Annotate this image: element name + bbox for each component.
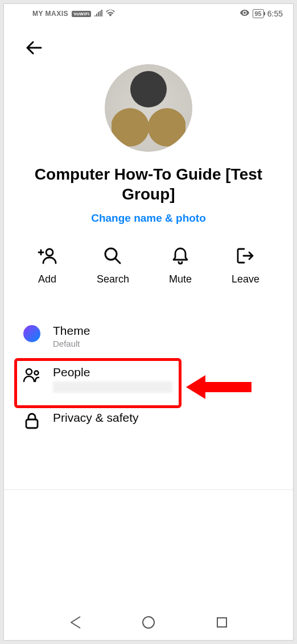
svg-point-2 — [26, 369, 32, 375]
carrier-label: MY MAXIS — [32, 10, 68, 18]
svg-rect-4 — [26, 419, 38, 428]
group-title: Computer How-To Guide [Test Group] — [19, 164, 278, 204]
search-icon — [103, 246, 122, 265]
bell-icon — [171, 246, 190, 265]
clock: 6:55 — [267, 9, 283, 18]
people-label: People — [53, 365, 275, 379]
privacy-label: Privacy & safety — [53, 411, 275, 425]
back-button[interactable] — [24, 38, 44, 57]
add-button[interactable]: Add — [38, 246, 57, 285]
signal-icon — [94, 10, 102, 18]
svg-rect-6 — [217, 618, 226, 627]
lock-icon — [22, 411, 42, 430]
status-bar: MY MAXIS VoWiFi 95 6:55 — [4, 4, 293, 23]
group-avatar[interactable] — [105, 64, 192, 152]
search-label: Search — [97, 273, 129, 285]
theme-label: Theme — [53, 324, 275, 338]
vowifi-badge: VoWiFi — [72, 11, 91, 17]
add-person-icon — [38, 246, 57, 265]
leave-label: Leave — [232, 273, 259, 285]
mute-label: Mute — [169, 273, 192, 285]
battery-indicator: 95 — [253, 9, 264, 18]
svg-point-3 — [35, 371, 39, 375]
privacy-row[interactable]: Privacy & safety — [4, 400, 293, 437]
nav-back-button[interactable] — [67, 614, 84, 631]
system-nav-bar — [4, 605, 293, 640]
theme-sub: Default — [53, 339, 275, 348]
wifi-icon — [106, 10, 115, 18]
leave-button[interactable]: Leave — [232, 246, 259, 285]
nav-recent-button[interactable] — [213, 614, 230, 631]
search-button[interactable]: Search — [97, 246, 129, 285]
add-label: Add — [38, 273, 56, 285]
eye-icon — [240, 10, 249, 18]
leave-icon — [236, 246, 255, 265]
people-sub-redacted — [53, 381, 172, 393]
theme-color-icon — [23, 325, 40, 342]
people-icon — [22, 365, 42, 385]
arrow-left-icon — [26, 41, 43, 55]
theme-row[interactable]: Theme Default — [4, 317, 293, 355]
change-name-photo-link[interactable]: Change name & photo — [4, 212, 293, 225]
people-row[interactable]: People — [4, 355, 293, 400]
section-divider — [4, 489, 293, 490]
svg-point-5 — [143, 617, 154, 628]
svg-point-0 — [46, 249, 53, 256]
nav-home-button[interactable] — [140, 614, 157, 631]
mute-button[interactable]: Mute — [169, 246, 192, 285]
